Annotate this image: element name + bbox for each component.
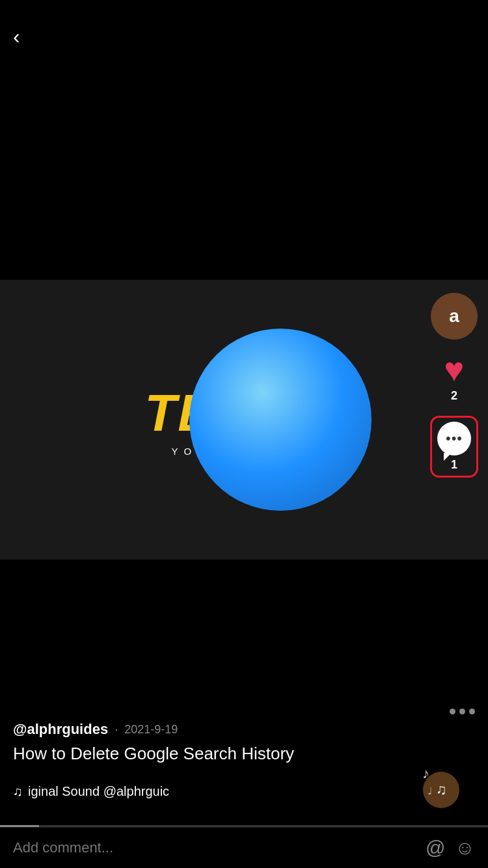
dot-3 [469, 709, 475, 714]
music-disc-icon: ♫ [436, 781, 447, 798]
more-options-area [0, 696, 488, 721]
username[interactable]: @alphrguides [13, 721, 108, 738]
music-note-float-1: ♪ [422, 765, 429, 782]
like-count: 2 [451, 389, 457, 403]
dot-2 [459, 709, 465, 714]
sound-name: iginal Sound @alphrguic [28, 784, 169, 799]
creator-avatar[interactable]: a [431, 293, 478, 340]
post-date: 2021-9-19 [124, 723, 178, 737]
dot-1 [450, 709, 455, 714]
video-area: TEC KIE YOUR GEEK a ♥ 2 ••• 1 [0, 280, 488, 560]
comment-input[interactable] [13, 839, 416, 856]
comment-button[interactable]: ••• 1 [430, 416, 478, 478]
comment-count: 1 [451, 458, 457, 472]
at-icon: @ [426, 837, 445, 858]
meta-separator: · [115, 723, 118, 737]
sound-info: ♫ iginal Sound @alphrguic [13, 784, 169, 799]
like-button[interactable]: ♥ 2 [444, 353, 465, 403]
comment-dots-icon: ••• [446, 430, 463, 447]
mention-button[interactable]: @ [426, 837, 445, 859]
emoji-button[interactable]: ☺ [455, 837, 475, 859]
comment-bubble-icon: ••• [437, 422, 471, 455]
heart-icon: ♥ [444, 353, 465, 387]
post-meta: @alphrguides · 2021-9-19 [13, 721, 475, 738]
right-actions-panel: a ♥ 2 ••• 1 [430, 293, 478, 478]
more-options-button[interactable] [450, 709, 475, 714]
emoji-icon: ☺ [455, 837, 475, 858]
sound-row: ♫ iginal Sound @alphrguic ♪ ♩ ♫ [13, 772, 475, 811]
comment-area: @ ☺ [0, 827, 488, 868]
music-note-float-2: ♩ [427, 785, 433, 797]
music-note-icon: ♫ [13, 784, 23, 799]
music-disc-area: ♪ ♩ ♫ [423, 772, 475, 811]
top-black-area: ‹ [0, 0, 488, 280]
back-button[interactable]: ‹ [13, 26, 20, 47]
bottom-content-area: @alphrguides · 2021-9-19 How to Delete G… [0, 696, 488, 868]
post-info: @alphrguides · 2021-9-19 How to Delete G… [0, 721, 488, 817]
blue-circle-overlay [189, 329, 372, 511]
post-title: How to Delete Google Search History [13, 743, 475, 765]
avatar-letter: a [449, 306, 459, 327]
